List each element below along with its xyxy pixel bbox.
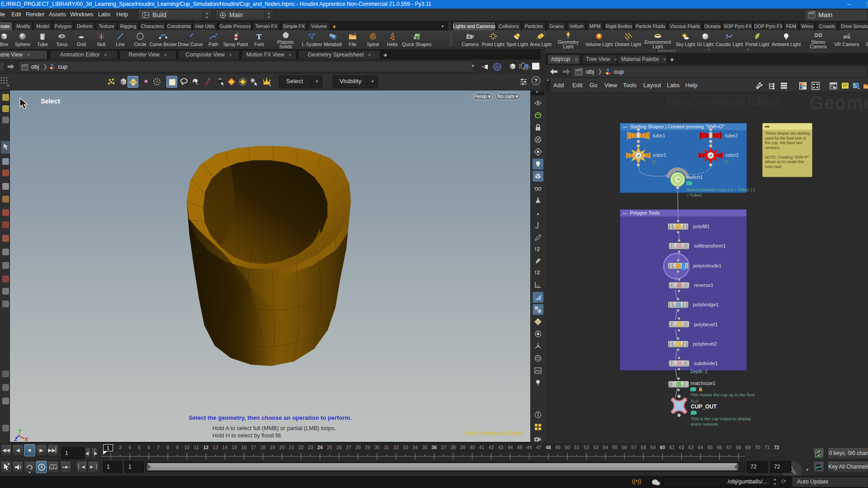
svg-text:T: T [256, 33, 262, 41]
svg-text:X: X [24, 437, 28, 442]
svg-text:Z: Z [14, 437, 18, 442]
